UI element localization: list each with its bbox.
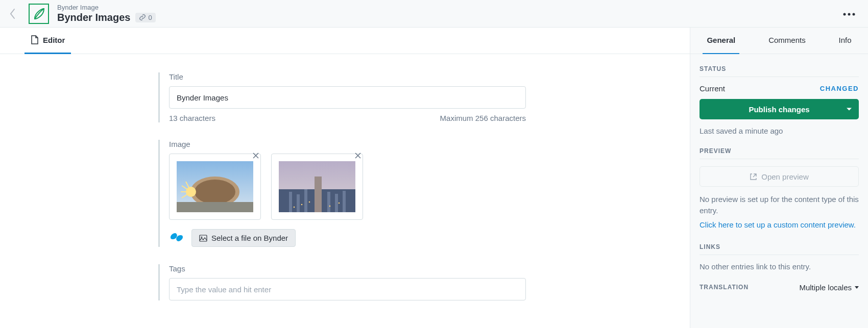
image-placeholder-icon [279,161,355,212]
publish-changes-label: Publish changes [749,105,809,114]
image-icon [199,235,207,242]
svg-rect-11 [289,192,292,212]
svg-point-18 [301,204,303,206]
tab-editor[interactable]: Editor [25,28,71,54]
svg-rect-12 [297,194,300,212]
svg-point-21 [339,203,340,204]
leaf-icon [29,4,49,24]
bynder-logo-icon [169,232,184,244]
svg-point-19 [309,201,310,203]
svg-point-3 [853,13,855,15]
editor-area: Title 13 characters Maximum 256 characte… [0,54,690,328]
preview-note-text: No preview is set up for the content typ… [700,194,859,216]
svg-point-20 [329,206,331,207]
field-title: Title 13 characters Maximum 256 characte… [158,72,526,122]
breadcrumb: Bynder Image [57,4,156,12]
field-tags: Tags [158,264,526,300]
tags-input[interactable] [169,278,526,300]
title-input[interactable] [169,86,526,109]
entry-type-icon [29,4,49,24]
svg-point-6 [195,180,235,204]
title-char-count: 13 characters [169,114,215,122]
translation-locale-label: Multiple locales [799,283,852,292]
chevron-left-icon [9,8,16,19]
status-current-label: Current [700,84,725,93]
page-title: Bynder Images [57,11,130,23]
translation-heading: TRANSLATION [700,284,749,291]
caret-down-icon [855,286,859,289]
svg-point-22 [294,207,295,208]
field-tags-label: Tags [169,264,526,273]
select-bynder-file-label: Select a file on Bynder [211,234,288,242]
tab-comments[interactable]: Comments [764,28,810,54]
image-placeholder-icon [177,161,253,212]
external-link-icon [750,173,757,181]
close-icon [354,152,361,159]
more-actions-button[interactable] [840,8,858,20]
ellipsis-icon [842,12,856,16]
translation-locale-select[interactable]: Multiple locales [799,283,859,292]
svg-point-1 [843,13,846,15]
field-title-label: Title [169,72,526,81]
svg-point-2 [848,13,851,15]
tab-editor-label: Editor [43,36,65,44]
image-thumbnail[interactable] [271,154,363,220]
references-count: 0 [148,14,152,21]
title-max-chars: Maximum 256 characters [440,114,526,122]
svg-rect-13 [304,189,307,212]
back-button[interactable] [0,8,26,19]
preview-heading: PREVIEW [700,147,859,159]
open-preview-label: Open preview [761,172,809,181]
caret-down-icon [847,108,852,111]
svg-rect-17 [343,191,346,212]
header-bar: Bynder Image Bynder Images 0 [0,0,868,28]
links-note-text: No other entries link to this entry. [700,262,859,271]
select-bynder-file-button[interactable]: Select a file on Bynder [191,229,296,247]
open-preview-button[interactable]: Open preview [700,166,859,187]
remove-image-button[interactable] [252,152,262,162]
publish-changes-button[interactable]: Publish changes [700,99,859,119]
svg-rect-14 [315,176,322,212]
svg-rect-23 [200,235,207,241]
references-badge[interactable]: 0 [135,13,155,22]
close-icon [252,152,259,159]
remove-image-button[interactable] [354,152,365,162]
document-icon [31,35,39,44]
field-image-label: Image [169,140,526,148]
svg-rect-7 [177,202,253,212]
sidebar-tabs: General Comments Info [690,28,868,54]
links-heading: LINKS [700,243,859,255]
field-image: Image [158,140,526,247]
svg-rect-16 [335,194,338,212]
image-thumbnail[interactable] [169,154,261,220]
svg-rect-15 [327,192,330,212]
status-changed-badge: CHANGED [820,85,859,92]
link-icon [139,14,146,21]
tab-info[interactable]: Info [835,28,856,54]
svg-point-24 [201,236,203,238]
last-saved-text: Last saved a minute ago [700,127,859,135]
main-column: Editor Title 13 characters Maximum 256 c… [0,28,690,328]
setup-preview-link[interactable]: Click here to set up a custom content pr… [700,220,856,229]
status-heading: STATUS [700,65,859,77]
tab-general[interactable]: General [703,28,739,54]
main-tabs: Editor [0,28,690,54]
sidebar: General Comments Info STATUS Current CHA… [690,28,868,328]
